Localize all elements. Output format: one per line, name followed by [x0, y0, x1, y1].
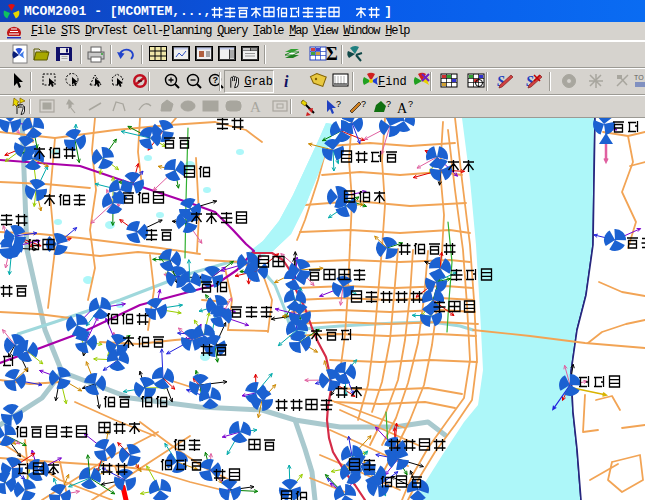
svg-text:A: A: [397, 101, 408, 116]
svg-text:?: ?: [408, 99, 413, 109]
svg-text:?: ?: [336, 99, 341, 109]
svg-text:i: i: [284, 73, 289, 90]
svg-text:?: ?: [386, 99, 391, 109]
svg-text:?: ?: [213, 75, 219, 85]
svg-text:Σ: Σ: [326, 44, 338, 64]
svg-text:?: ?: [361, 99, 366, 109]
svg-text:TO: TO: [634, 74, 644, 81]
svg-text:A: A: [250, 99, 261, 115]
